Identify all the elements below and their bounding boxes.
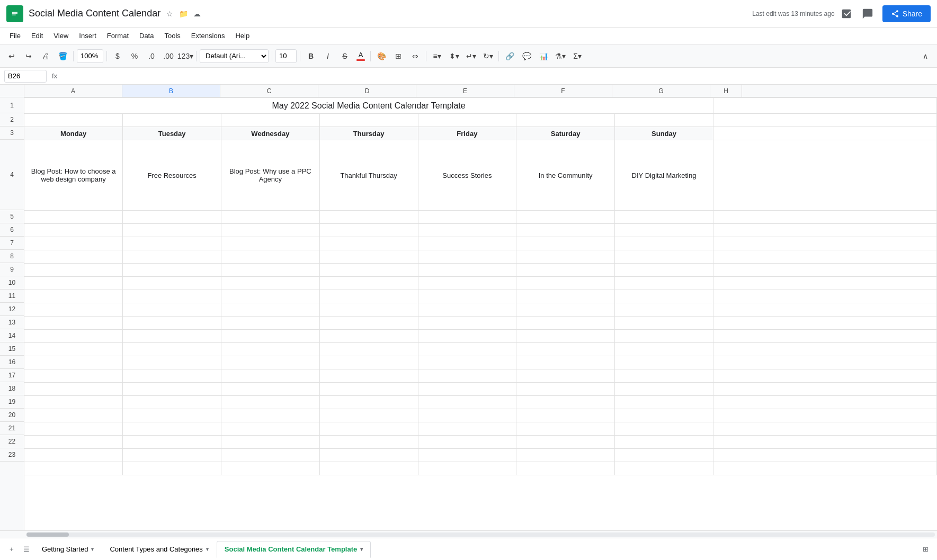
row-num-2[interactable]: 2 xyxy=(0,113,24,127)
wrap-button[interactable]: ↵▾ xyxy=(463,49,478,64)
align-button[interactable]: ≡▾ xyxy=(430,49,444,64)
undo-button[interactable]: ↩ xyxy=(4,49,19,64)
share-button[interactable]: Share xyxy=(882,5,931,22)
print-button[interactable]: 🖨 xyxy=(38,49,53,64)
percent-button[interactable]: % xyxy=(127,49,142,64)
row-num-15[interactable]: 15 xyxy=(0,342,24,356)
cloud-icon[interactable]: ☁ xyxy=(192,9,202,19)
cell-reference-input[interactable] xyxy=(4,70,47,83)
folder-icon[interactable]: 📁 xyxy=(179,9,188,19)
scroll-thumb[interactable] xyxy=(26,532,69,537)
italic-button[interactable]: I xyxy=(320,49,335,64)
zoom-input[interactable] xyxy=(77,49,103,63)
cell-1h[interactable] xyxy=(713,98,937,114)
function-button[interactable]: Σ▾ xyxy=(570,49,585,64)
currency-button[interactable]: $ xyxy=(110,49,125,64)
header-monday[interactable]: Monday xyxy=(24,127,123,140)
star-icon[interactable]: ☆ xyxy=(165,9,174,19)
col-header-f[interactable]: F xyxy=(514,85,612,97)
cell-5d[interactable] xyxy=(319,211,418,224)
redo-button[interactable]: ↪ xyxy=(21,49,36,64)
chart-button[interactable]: 📊 xyxy=(536,49,551,64)
cell-5f[interactable] xyxy=(516,211,615,224)
cell-2a[interactable] xyxy=(24,114,123,127)
paint-format-button[interactable]: 🪣 xyxy=(55,49,70,64)
cell-friday-content[interactable]: Success Stories xyxy=(418,140,516,211)
tab-content-types[interactable]: Content Types and Categories ▾ xyxy=(102,541,216,558)
row-num-21[interactable]: 21 xyxy=(0,422,24,435)
col-header-a[interactable]: A xyxy=(24,85,122,97)
row-num-1[interactable]: 1 xyxy=(0,97,24,113)
link-button[interactable]: 🔗 xyxy=(502,49,517,64)
menu-edit[interactable]: Edit xyxy=(27,30,47,42)
add-sheet-button[interactable]: + xyxy=(4,542,19,557)
menu-file[interactable]: File xyxy=(5,30,25,42)
row-num-10[interactable]: 10 xyxy=(0,276,24,290)
bold-button[interactable]: B xyxy=(304,49,318,64)
row-num-13[interactable]: 13 xyxy=(0,316,24,329)
horizontal-scrollbar[interactable] xyxy=(0,530,937,538)
col-header-e[interactable]: E xyxy=(416,85,514,97)
rotate-button[interactable]: ↻▾ xyxy=(480,49,495,64)
text-color-button[interactable]: A xyxy=(354,50,367,62)
row-num-12[interactable]: 12 xyxy=(0,303,24,316)
menu-help[interactable]: Help xyxy=(231,30,254,42)
row-num-16[interactable]: 16 xyxy=(0,356,24,369)
header-sunday[interactable]: Sunday xyxy=(615,127,713,140)
merge-button[interactable]: ⇔ xyxy=(408,49,423,64)
row-num-18[interactable]: 18 xyxy=(0,382,24,395)
cell-3h[interactable] xyxy=(713,127,937,140)
col-header-c[interactable]: C xyxy=(220,85,318,97)
font-selector[interactable]: Default (Ari... xyxy=(200,49,269,63)
fill-color-button[interactable]: 🎨 xyxy=(374,49,389,64)
row-num-23[interactable]: 23 xyxy=(0,448,24,462)
cell-4h[interactable] xyxy=(713,140,937,211)
row-num-4[interactable]: 4 xyxy=(0,140,24,210)
row-num-6[interactable]: 6 xyxy=(0,223,24,237)
strikethrough-button[interactable]: S xyxy=(337,49,352,64)
menu-insert[interactable]: Insert xyxy=(75,30,101,42)
cell-2b[interactable] xyxy=(123,114,221,127)
borders-button[interactable]: ⊞ xyxy=(391,49,406,64)
menu-data[interactable]: Data xyxy=(135,30,158,42)
decimal-less-button[interactable]: .0 xyxy=(144,49,159,64)
cell-5c[interactable] xyxy=(221,211,320,224)
cell-monday-content[interactable]: Blog Post: How to choose a web design co… xyxy=(24,140,123,211)
row-num-20[interactable]: 20 xyxy=(0,409,24,422)
col-header-d[interactable]: D xyxy=(318,85,416,97)
cell-5g[interactable] xyxy=(615,211,713,224)
row-num-7[interactable]: 7 xyxy=(0,237,24,250)
cell-5h[interactable] xyxy=(713,211,937,224)
col-header-h[interactable]: H xyxy=(710,85,742,97)
menu-extensions[interactable]: Extensions xyxy=(187,30,229,42)
menu-view[interactable]: View xyxy=(49,30,73,42)
cell-5a[interactable] xyxy=(24,211,123,224)
row-num-3[interactable]: 3 xyxy=(0,127,24,140)
format-number-button[interactable]: 123▾ xyxy=(178,49,193,64)
cell-5b[interactable] xyxy=(123,211,221,224)
tab-social-media-calendar[interactable]: Social Media Content Calendar Template ▾ xyxy=(217,541,371,558)
row-num-5[interactable]: 5 xyxy=(0,210,24,223)
cell-tuesday-content[interactable]: Free Resources xyxy=(123,140,221,211)
hide-formula-bar-button[interactable]: ∧ xyxy=(918,49,933,64)
cell-2h[interactable] xyxy=(713,114,937,127)
col-header-g[interactable]: G xyxy=(612,85,710,97)
row-num-22[interactable]: 22 xyxy=(0,435,24,448)
header-saturday[interactable]: Saturday xyxy=(516,127,615,140)
scroll-track[interactable] xyxy=(26,532,935,537)
row-num-9[interactable]: 9 xyxy=(0,263,24,276)
menu-tools[interactable]: Tools xyxy=(160,30,184,42)
row-num-8[interactable]: 8 xyxy=(0,250,24,263)
menu-format[interactable]: Format xyxy=(103,30,133,42)
row-num-17[interactable]: 17 xyxy=(0,369,24,382)
explore-button[interactable]: ⊞ xyxy=(918,542,933,557)
valign-button[interactable]: ⬍▾ xyxy=(447,49,461,64)
row-num-11[interactable]: 11 xyxy=(0,290,24,303)
formula-input[interactable] xyxy=(63,72,933,80)
header-tuesday[interactable]: Tuesday xyxy=(123,127,221,140)
cell-2f[interactable] xyxy=(516,114,615,127)
analytics-icon[interactable] xyxy=(840,7,853,20)
row-num-19[interactable]: 19 xyxy=(0,395,24,409)
comment-toolbar-button[interactable]: 💬 xyxy=(519,49,534,64)
title-cell[interactable]: May 2022 Social Media Content Calendar T… xyxy=(24,98,713,114)
